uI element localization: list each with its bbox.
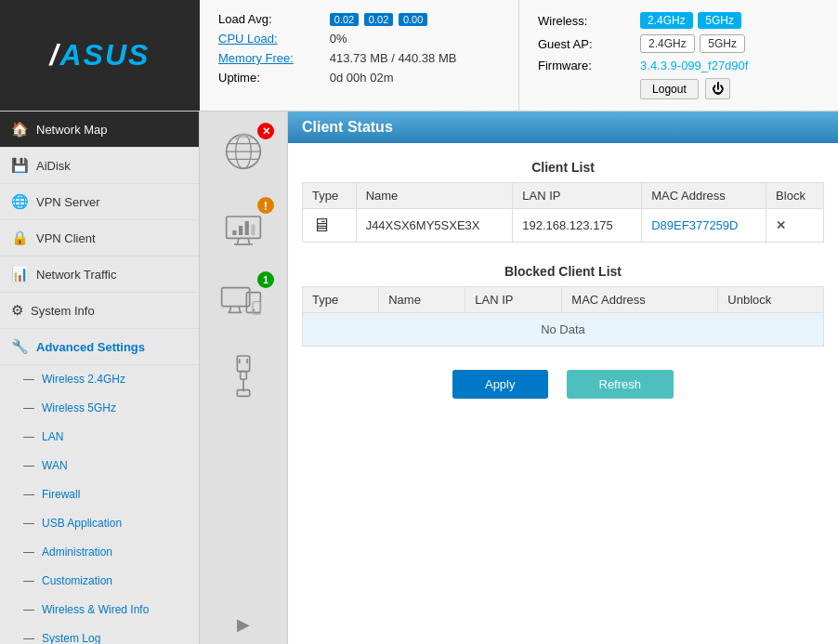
svg-line-7 — [248, 238, 250, 244]
sidebar-sub-label-administration: Administration — [42, 545, 112, 559]
sidebar-item-aidisk[interactable]: 💾 AiDisk — [0, 148, 199, 184]
sidebar-item-advanced-settings[interactable]: 🔧 Advanced Settings — [0, 329, 199, 365]
wireless-badge: ! — [257, 197, 274, 214]
sidebar-sub-lan[interactable]: — LAN — [0, 423, 199, 452]
bcol-unblock: Unblock — [718, 287, 824, 313]
content-area: Client Status Client List Type Name LAN … — [288, 112, 838, 644]
sidebar-sub-label-wireless-24: Wireless 2.4GHz — [42, 373, 125, 386]
client-list-table: Type Name LAN IP MAC Address Block 🖥 J44… — [302, 182, 824, 243]
refresh-button[interactable]: Refresh — [567, 370, 674, 399]
no-data-row: No Data — [303, 313, 824, 347]
no-data-text: No Data — [303, 313, 824, 347]
firmware-value[interactable]: 3.4.3.9-099_f27d90f — [640, 59, 748, 72]
wireless-5ghz-button[interactable]: 5GHz — [698, 12, 741, 29]
sidebar-label-advanced-settings: Advanced Settings — [36, 340, 145, 354]
sidebar-sub-firewall[interactable]: — Firewall — [0, 480, 199, 509]
sidebar-item-network-traffic[interactable]: 📊 Network Traffic — [0, 256, 199, 293]
guest-ap-24ghz-button[interactable]: 2.4GHz — [640, 34, 695, 53]
guest-ap-5ghz-button[interactable]: 5GHz — [700, 34, 745, 53]
computer-device-icon: 🖥 — [312, 215, 331, 235]
usb-icon-item[interactable] — [211, 344, 276, 404]
sidebar-sub-wireless-24[interactable]: — Wireless 2.4GHz — [0, 365, 199, 394]
cpu-load-label[interactable]: CPU Load: — [218, 32, 278, 46]
load-avg-2: 0.02 — [364, 13, 393, 26]
svg-rect-13 — [222, 287, 250, 306]
row-mac[interactable]: D89EF377259D — [651, 218, 738, 232]
col-lan-ip: LAN IP — [513, 183, 642, 209]
sidebar-sub-label-lan: LAN — [42, 430, 63, 443]
home-icon: 🏠 — [11, 121, 29, 138]
svg-rect-11 — [245, 221, 249, 235]
sidebar-sub-label-wan: WAN — [42, 459, 68, 472]
internet-icon-item[interactable]: ✕ — [211, 121, 276, 181]
logo-area: /ASUS — [0, 0, 200, 111]
svg-rect-5 — [227, 217, 261, 238]
sidebar-label-vpn-server: VPN Server — [36, 195, 100, 209]
sidebar-sub-wan[interactable]: — WAN — [0, 452, 199, 480]
system-info-left: Load Avg: 0.02 0.02 0.00 CPU Load: 0% Me… — [200, 0, 519, 111]
expand-arrow[interactable]: ▶ — [237, 614, 250, 635]
svg-rect-9 — [232, 230, 236, 235]
sidebar-sub-system-log[interactable]: — System Log — [0, 624, 199, 644]
power-button[interactable]: ⏻ — [705, 78, 730, 99]
chart-icon: 📊 — [11, 266, 29, 283]
sidebar-sub-wireless-wired-info[interactable]: — Wireless & Wired Info — [0, 596, 199, 624]
guest-ap-label: Guest AP: — [538, 37, 593, 51]
wireless-icon-item[interactable]: ! — [211, 195, 276, 256]
bcol-name: Name — [379, 287, 465, 313]
svg-line-15 — [239, 306, 241, 312]
svg-line-6 — [237, 238, 239, 244]
bcol-lan-ip: LAN IP — [465, 287, 562, 313]
devices-icon-item[interactable]: 1 — [211, 269, 276, 330]
load-avg-1: 0.02 — [330, 13, 359, 26]
sidebar-sub-wireless-5[interactable]: — Wireless 5GHz — [0, 394, 199, 423]
uptime-value: 0d 00h 02m — [330, 71, 394, 85]
sidebar-sub-administration[interactable]: — Administration — [0, 538, 199, 567]
sidebar-sub-label-usb: USB Application — [42, 517, 122, 530]
sidebar-label-network-map: Network Map — [36, 123, 108, 137]
firmware-label: Firmware: — [538, 59, 592, 72]
sidebar-item-vpn-server[interactable]: 🌐 VPN Server — [0, 184, 199, 220]
sidebar-sub-customization[interactable]: — Customization — [0, 567, 199, 596]
dash-icon-3: — — [23, 459, 34, 472]
wireless-24ghz-button[interactable]: 2.4GHz — [640, 12, 693, 29]
col-mac: MAC Address — [642, 183, 766, 209]
sidebar-sub-label-customization: Customization — [42, 574, 112, 587]
content-title: Client Status — [302, 119, 393, 135]
apply-button[interactable]: Apply — [452, 370, 548, 399]
uptime-label: Uptime: — [218, 71, 260, 85]
asus-logo: /ASUS — [50, 38, 151, 72]
icon-panel: ✕ ! — [200, 112, 288, 644]
dash-icon-1: — — [23, 401, 34, 414]
logout-button[interactable]: Logout — [640, 79, 699, 99]
power-icon: ⏻ — [712, 82, 724, 96]
load-avg-label: Load Avg: — [218, 12, 272, 26]
sidebar-item-network-map[interactable]: 🏠 Network Map — [0, 112, 199, 148]
gear-icon: ⚙ — [11, 302, 23, 319]
globe-icon: 🌐 — [11, 193, 29, 210]
row-name: J44XSX6MY5SXE3X — [356, 209, 513, 243]
sidebar-sub-usb-application[interactable]: — USB Application — [0, 509, 199, 538]
dash-icon-5: — — [23, 517, 34, 530]
cpu-load-value: 0% — [330, 32, 347, 46]
block-button[interactable]: ✕ — [776, 218, 786, 232]
wireless-label: Wireless: — [538, 14, 587, 28]
svg-line-14 — [229, 306, 231, 312]
lock-icon: 🔒 — [11, 230, 29, 246]
col-block: Block — [766, 183, 824, 209]
svg-rect-21 — [241, 371, 247, 378]
svg-rect-12 — [251, 224, 255, 235]
sidebar-item-system-info[interactable]: ⚙ System Info — [0, 293, 199, 329]
dash-icon-7: — — [23, 574, 34, 587]
sidebar-item-vpn-client[interactable]: 🔒 VPN Client — [0, 220, 199, 256]
sidebar-label-network-traffic: Network Traffic — [36, 268, 116, 282]
col-name: Name — [356, 183, 513, 209]
dash-icon-8: — — [23, 603, 34, 616]
sidebar-sub-label-wireless-5: Wireless 5GHz — [42, 401, 116, 414]
content-body: Client List Type Name LAN IP MAC Address… — [288, 143, 838, 417]
usb-icon — [220, 351, 267, 398]
sidebar: 🏠 Network Map 💾 AiDisk 🌐 VPN Server 🔒 VP… — [0, 112, 200, 644]
row-type: 🖥 — [303, 209, 357, 243]
bcol-mac: MAC Address — [562, 287, 718, 313]
memory-free-label[interactable]: Memory Free: — [218, 51, 294, 65]
